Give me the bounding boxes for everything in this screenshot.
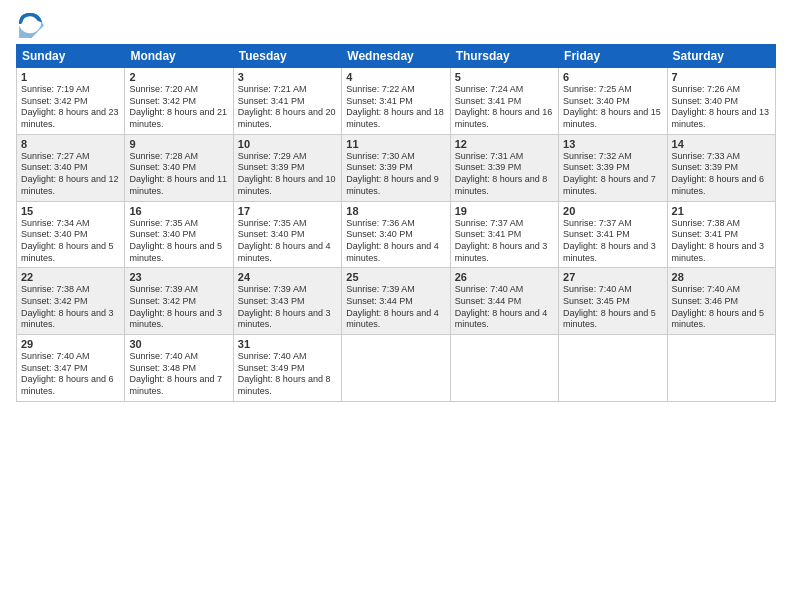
day-number: 14	[672, 138, 771, 150]
calendar-day-cell: 16Sunrise: 7:35 AMSunset: 3:40 PMDayligh…	[125, 201, 233, 268]
day-number: 10	[238, 138, 337, 150]
calendar-header-cell: Monday	[125, 45, 233, 68]
logo-icon	[16, 10, 44, 38]
day-info: Sunrise: 7:40 AMSunset: 3:46 PMDaylight:…	[672, 284, 771, 331]
day-number: 1	[21, 71, 120, 83]
day-number: 11	[346, 138, 445, 150]
day-number: 27	[563, 271, 662, 283]
day-info: Sunrise: 7:40 AMSunset: 3:44 PMDaylight:…	[455, 284, 554, 331]
logo	[16, 10, 46, 38]
day-number: 8	[21, 138, 120, 150]
day-info: Sunrise: 7:36 AMSunset: 3:40 PMDaylight:…	[346, 218, 445, 265]
calendar-day-cell: 12Sunrise: 7:31 AMSunset: 3:39 PMDayligh…	[450, 134, 558, 201]
day-info: Sunrise: 7:40 AMSunset: 3:48 PMDaylight:…	[129, 351, 228, 398]
day-number: 26	[455, 271, 554, 283]
calendar-day-cell: 23Sunrise: 7:39 AMSunset: 3:42 PMDayligh…	[125, 268, 233, 335]
day-info: Sunrise: 7:19 AMSunset: 3:42 PMDaylight:…	[21, 84, 120, 131]
day-number: 2	[129, 71, 228, 83]
day-info: Sunrise: 7:20 AMSunset: 3:42 PMDaylight:…	[129, 84, 228, 131]
calendar-day-cell: 18Sunrise: 7:36 AMSunset: 3:40 PMDayligh…	[342, 201, 450, 268]
calendar-week-row: 8Sunrise: 7:27 AMSunset: 3:40 PMDaylight…	[17, 134, 776, 201]
calendar-day-cell: 2Sunrise: 7:20 AMSunset: 3:42 PMDaylight…	[125, 68, 233, 135]
day-number: 9	[129, 138, 228, 150]
day-info: Sunrise: 7:39 AMSunset: 3:43 PMDaylight:…	[238, 284, 337, 331]
day-info: Sunrise: 7:24 AMSunset: 3:41 PMDaylight:…	[455, 84, 554, 131]
calendar-day-cell: 25Sunrise: 7:39 AMSunset: 3:44 PMDayligh…	[342, 268, 450, 335]
day-number: 4	[346, 71, 445, 83]
day-info: Sunrise: 7:38 AMSunset: 3:41 PMDaylight:…	[672, 218, 771, 265]
calendar-day-cell: 28Sunrise: 7:40 AMSunset: 3:46 PMDayligh…	[667, 268, 775, 335]
header-row: SundayMondayTuesdayWednesdayThursdayFrid…	[17, 45, 776, 68]
calendar-day-cell: 14Sunrise: 7:33 AMSunset: 3:39 PMDayligh…	[667, 134, 775, 201]
calendar-day-cell: 30Sunrise: 7:40 AMSunset: 3:48 PMDayligh…	[125, 335, 233, 402]
calendar-week-row: 29Sunrise: 7:40 AMSunset: 3:47 PMDayligh…	[17, 335, 776, 402]
calendar-day-cell	[342, 335, 450, 402]
day-number: 7	[672, 71, 771, 83]
day-number: 12	[455, 138, 554, 150]
day-info: Sunrise: 7:26 AMSunset: 3:40 PMDaylight:…	[672, 84, 771, 131]
day-number: 13	[563, 138, 662, 150]
calendar-body: 1Sunrise: 7:19 AMSunset: 3:42 PMDaylight…	[17, 68, 776, 402]
calendar-day-cell: 6Sunrise: 7:25 AMSunset: 3:40 PMDaylight…	[559, 68, 667, 135]
day-info: Sunrise: 7:34 AMSunset: 3:40 PMDaylight:…	[21, 218, 120, 265]
day-info: Sunrise: 7:30 AMSunset: 3:39 PMDaylight:…	[346, 151, 445, 198]
day-number: 5	[455, 71, 554, 83]
day-info: Sunrise: 7:33 AMSunset: 3:39 PMDaylight:…	[672, 151, 771, 198]
day-info: Sunrise: 7:22 AMSunset: 3:41 PMDaylight:…	[346, 84, 445, 131]
day-info: Sunrise: 7:37 AMSunset: 3:41 PMDaylight:…	[563, 218, 662, 265]
calendar-day-cell: 17Sunrise: 7:35 AMSunset: 3:40 PMDayligh…	[233, 201, 341, 268]
calendar-day-cell	[450, 335, 558, 402]
day-info: Sunrise: 7:31 AMSunset: 3:39 PMDaylight:…	[455, 151, 554, 198]
day-info: Sunrise: 7:37 AMSunset: 3:41 PMDaylight:…	[455, 218, 554, 265]
day-number: 28	[672, 271, 771, 283]
calendar-day-cell: 15Sunrise: 7:34 AMSunset: 3:40 PMDayligh…	[17, 201, 125, 268]
calendar-header-cell: Sunday	[17, 45, 125, 68]
calendar-day-cell: 4Sunrise: 7:22 AMSunset: 3:41 PMDaylight…	[342, 68, 450, 135]
day-number: 17	[238, 205, 337, 217]
day-info: Sunrise: 7:40 AMSunset: 3:47 PMDaylight:…	[21, 351, 120, 398]
day-info: Sunrise: 7:38 AMSunset: 3:42 PMDaylight:…	[21, 284, 120, 331]
calendar-table: SundayMondayTuesdayWednesdayThursdayFrid…	[16, 44, 776, 402]
calendar-day-cell: 9Sunrise: 7:28 AMSunset: 3:40 PMDaylight…	[125, 134, 233, 201]
calendar-day-cell: 3Sunrise: 7:21 AMSunset: 3:41 PMDaylight…	[233, 68, 341, 135]
day-number: 3	[238, 71, 337, 83]
calendar-week-row: 22Sunrise: 7:38 AMSunset: 3:42 PMDayligh…	[17, 268, 776, 335]
calendar-day-cell: 19Sunrise: 7:37 AMSunset: 3:41 PMDayligh…	[450, 201, 558, 268]
calendar-day-cell: 24Sunrise: 7:39 AMSunset: 3:43 PMDayligh…	[233, 268, 341, 335]
calendar-day-cell: 27Sunrise: 7:40 AMSunset: 3:45 PMDayligh…	[559, 268, 667, 335]
calendar-day-cell: 21Sunrise: 7:38 AMSunset: 3:41 PMDayligh…	[667, 201, 775, 268]
day-info: Sunrise: 7:29 AMSunset: 3:39 PMDaylight:…	[238, 151, 337, 198]
day-info: Sunrise: 7:25 AMSunset: 3:40 PMDaylight:…	[563, 84, 662, 131]
calendar-week-row: 1Sunrise: 7:19 AMSunset: 3:42 PMDaylight…	[17, 68, 776, 135]
calendar-day-cell	[559, 335, 667, 402]
calendar-day-cell: 1Sunrise: 7:19 AMSunset: 3:42 PMDaylight…	[17, 68, 125, 135]
day-info: Sunrise: 7:39 AMSunset: 3:42 PMDaylight:…	[129, 284, 228, 331]
calendar-day-cell: 11Sunrise: 7:30 AMSunset: 3:39 PMDayligh…	[342, 134, 450, 201]
calendar-header-cell: Tuesday	[233, 45, 341, 68]
day-info: Sunrise: 7:35 AMSunset: 3:40 PMDaylight:…	[129, 218, 228, 265]
calendar-day-cell: 7Sunrise: 7:26 AMSunset: 3:40 PMDaylight…	[667, 68, 775, 135]
day-number: 24	[238, 271, 337, 283]
day-number: 19	[455, 205, 554, 217]
page: SundayMondayTuesdayWednesdayThursdayFrid…	[0, 0, 792, 612]
calendar-day-cell: 22Sunrise: 7:38 AMSunset: 3:42 PMDayligh…	[17, 268, 125, 335]
day-number: 21	[672, 205, 771, 217]
day-number: 30	[129, 338, 228, 350]
day-info: Sunrise: 7:40 AMSunset: 3:45 PMDaylight:…	[563, 284, 662, 331]
day-info: Sunrise: 7:32 AMSunset: 3:39 PMDaylight:…	[563, 151, 662, 198]
day-number: 16	[129, 205, 228, 217]
calendar-day-cell: 8Sunrise: 7:27 AMSunset: 3:40 PMDaylight…	[17, 134, 125, 201]
calendar-header-cell: Wednesday	[342, 45, 450, 68]
day-info: Sunrise: 7:40 AMSunset: 3:49 PMDaylight:…	[238, 351, 337, 398]
calendar-day-cell: 26Sunrise: 7:40 AMSunset: 3:44 PMDayligh…	[450, 268, 558, 335]
calendar-day-cell	[667, 335, 775, 402]
calendar-day-cell: 20Sunrise: 7:37 AMSunset: 3:41 PMDayligh…	[559, 201, 667, 268]
day-number: 25	[346, 271, 445, 283]
day-number: 23	[129, 271, 228, 283]
day-number: 31	[238, 338, 337, 350]
day-number: 18	[346, 205, 445, 217]
day-info: Sunrise: 7:35 AMSunset: 3:40 PMDaylight:…	[238, 218, 337, 265]
day-number: 20	[563, 205, 662, 217]
day-info: Sunrise: 7:27 AMSunset: 3:40 PMDaylight:…	[21, 151, 120, 198]
calendar-day-cell: 13Sunrise: 7:32 AMSunset: 3:39 PMDayligh…	[559, 134, 667, 201]
